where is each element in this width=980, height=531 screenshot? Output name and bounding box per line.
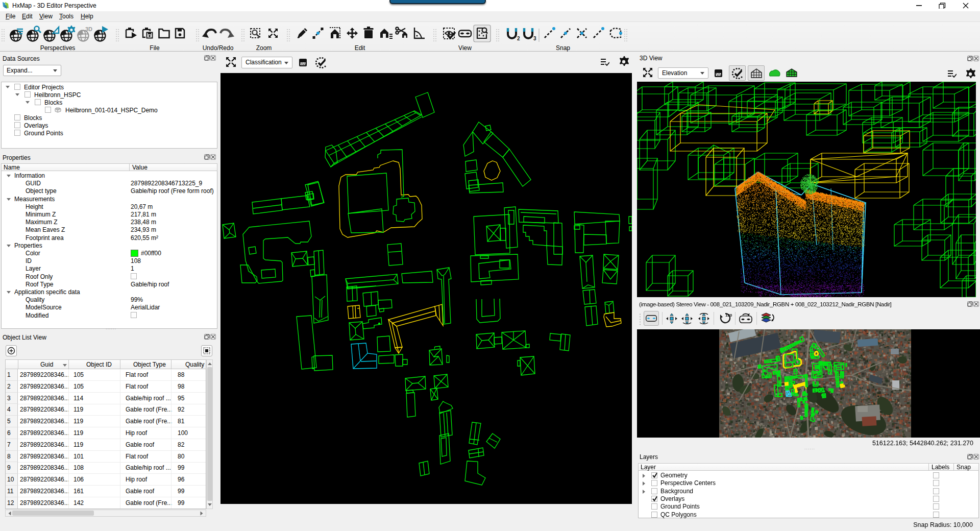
svg-text:Snap: Snap	[556, 44, 570, 52]
svg-text:3D: 3D	[85, 26, 92, 32]
svg-text:File: File	[150, 44, 160, 52]
svg-text:Edit: Edit	[355, 44, 365, 52]
svg-text:3: 3	[533, 36, 536, 41]
svg-text:Zoom: Zoom	[256, 44, 272, 52]
svg-text:180: 180	[725, 313, 732, 318]
svg-text:Undo/Redo: Undo/Redo	[203, 44, 234, 52]
svg-text:View: View	[458, 44, 472, 52]
svg-text:Perspectives: Perspectives	[40, 44, 76, 52]
svg-text:2: 2	[517, 36, 520, 41]
